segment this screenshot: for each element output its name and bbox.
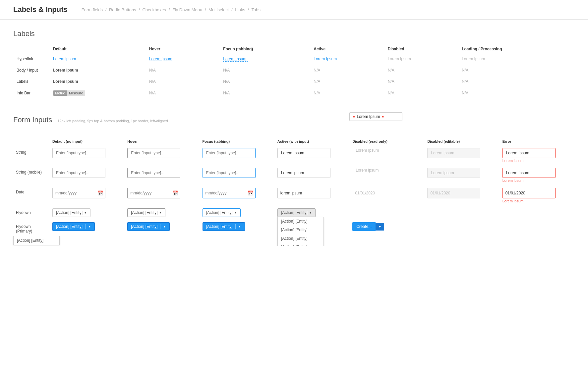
- string-mobile-hover-input[interactable]: [127, 168, 180, 178]
- string-mobile-disabled-readonly: Lorem ipsum: [352, 166, 382, 175]
- flydown-focus-label: [Action] [Entity]: [206, 210, 233, 215]
- form-inputs-header: Form Inputs 12px left padding, 9px top &…: [13, 116, 575, 131]
- col-header-disabled-readonly: Disabled (read-only): [350, 137, 425, 145]
- create-button-wrap[interactable]: Create... ▼: [352, 222, 384, 231]
- date-focus-wrap[interactable]: 📅: [203, 188, 256, 198]
- flydown-menu-item-1[interactable]: [Action] [Entity]: [278, 217, 323, 226]
- flydown-primary-focus-label: [Action] [Entity]: [206, 224, 233, 229]
- col-header-row-label: [13, 137, 50, 145]
- breadcrumb-item-5[interactable]: Multiselect: [208, 7, 229, 12]
- flydown-primary-active-menu: [Action] [Entity]: [13, 236, 60, 245]
- flydown-default-button[interactable]: [Action] [Entity] ▼: [52, 208, 90, 217]
- date-default-input[interactable]: [55, 191, 97, 195]
- date-error-text: Lorem ipsum: [502, 199, 572, 203]
- breadcrumb: Form fields / Radio Buttons / Checkboxes…: [81, 7, 261, 12]
- string-mobile-default-input[interactable]: [52, 168, 105, 178]
- breadcrumb-item-2[interactable]: Radio Buttons: [109, 7, 136, 12]
- labels-section-title: Labels: [13, 29, 575, 38]
- row-label-string: String: [13, 145, 50, 165]
- flydown-primary-focus-caret: ▼: [238, 225, 241, 228]
- info-bar-badge: Metric Measure: [53, 90, 85, 96]
- flydown-focus-caret: ▼: [234, 211, 237, 214]
- hyperlink-default[interactable]: Lorem ipsum: [53, 57, 76, 61]
- string-error-input[interactable]: [502, 148, 556, 158]
- table-row: Date 📅 📅: [13, 185, 575, 206]
- flydown-primary-default-caret: ▼: [88, 225, 91, 228]
- inputs-table: Default (no input) Hover Focus (tabbing)…: [13, 137, 575, 236]
- table-row: Info Bar Metric Measure N/A N/A N/A N/A …: [13, 87, 575, 99]
- date-hover-wrap[interactable]: 📅: [127, 188, 180, 198]
- date-error-input[interactable]: [505, 191, 553, 195]
- create-button-main[interactable]: Create...: [352, 222, 376, 231]
- col-header-focus: Focus (tabbing): [220, 45, 310, 53]
- body-hover: N/A: [149, 68, 156, 73]
- string-disabled-readonly: Lorem Ipsum: [352, 146, 382, 155]
- hyperlink-active[interactable]: Lorem Ipsum: [314, 57, 337, 61]
- flydown-active-dropdown[interactable]: [Action] [Entity] ▼ [Action] [Entity] [A…: [277, 208, 316, 217]
- floating-input-demo[interactable]: ■ Lorem Ipsum ■: [349, 112, 402, 121]
- main-content: Labels Default Hover Focus (tabbing) Act…: [0, 20, 588, 246]
- date-active-input[interactable]: [280, 191, 328, 195]
- col-header-focus: Focus (tabbing): [200, 137, 275, 145]
- flydown-menu-item-3[interactable]: [Action] [Entity]: [278, 234, 323, 243]
- flydown-menu-item-2[interactable]: [Action] [Entity]: [278, 226, 323, 234]
- calendar-icon[interactable]: 📅: [248, 190, 253, 196]
- form-inputs-section-title: Form Inputs: [13, 116, 52, 124]
- breadcrumb-item-7[interactable]: Tabs: [252, 7, 261, 12]
- flydown-active-caret: ▼: [309, 211, 312, 214]
- string-focus-input[interactable]: [203, 148, 256, 158]
- date-focus-input[interactable]: [206, 191, 248, 195]
- date-disabled-editable-input[interactable]: [430, 191, 478, 195]
- string-mobile-focus-input[interactable]: [203, 168, 256, 178]
- hyperlink-focus[interactable]: Lorem Ipsum¡: [223, 57, 248, 62]
- labels-table: Default Hover Focus (tabbing) Active Dis…: [13, 45, 575, 99]
- flydown-primary-hover-caret: ▼: [163, 225, 166, 228]
- table-row: String (mobile) Lorem ipsum Lorem ipsum: [13, 165, 575, 185]
- flydown-menu-item-4[interactable]: [Action] [Entity]: [278, 243, 323, 246]
- flydown-active-button[interactable]: [Action] [Entity] ▼: [277, 208, 316, 217]
- labels-default: Lorem Ipsum: [53, 79, 78, 84]
- flydown-hover-button[interactable]: [Action] [Entity] ▼: [127, 208, 165, 217]
- col-header-hover: Hover: [146, 45, 220, 53]
- breadcrumb-item-1[interactable]: Form fields: [82, 7, 103, 12]
- col-header-default-noinput: Default (no input): [50, 137, 125, 145]
- row-label-flydown: Flydown: [13, 206, 50, 220]
- string-default-input[interactable]: [52, 148, 105, 158]
- flydown-primary-hover-button[interactable]: [Action] [Entity] ▼: [127, 222, 170, 231]
- table-row: Labels Lorem Ipsum N/A N/A N/A N/A N/A: [13, 76, 575, 87]
- breadcrumb-item-6[interactable]: Links: [235, 7, 245, 12]
- breadcrumb-item-3[interactable]: Checkboxes: [142, 7, 166, 12]
- table-row: Body / Input Lorem Ipsum N/A N/A N/A N/A…: [13, 65, 575, 76]
- date-default-wrap[interactable]: 📅: [52, 188, 105, 198]
- col-header-disabled: Disabled: [384, 45, 458, 53]
- string-mobile-active-input[interactable]: [277, 168, 330, 178]
- flydown-primary-menu-item-1[interactable]: [Action] [Entity]: [14, 236, 59, 245]
- hyperlink-disabled: Lorem Ipsum: [388, 57, 411, 61]
- labels-focus: N/A: [223, 79, 230, 84]
- date-error-wrap[interactable]: [502, 188, 556, 198]
- date-hover-input[interactable]: [130, 191, 172, 195]
- string-hover-input[interactable]: [127, 148, 180, 158]
- date-disabled-editable-wrap[interactable]: [427, 188, 480, 198]
- string-active-input[interactable]: [277, 148, 330, 158]
- flydown-primary-focus-button[interactable]: [Action] [Entity] ▼: [203, 222, 245, 231]
- page-header: Labels & Inputs Form fields / Radio Butt…: [0, 0, 588, 20]
- calendar-icon[interactable]: 📅: [97, 190, 103, 196]
- body-active: N/A: [314, 68, 320, 73]
- row-label-string-mobile: String (mobile): [13, 165, 50, 185]
- date-active-wrap[interactable]: [277, 188, 330, 198]
- calendar-icon[interactable]: 📅: [172, 190, 178, 196]
- flydown-hover-caret: ▼: [159, 211, 162, 214]
- create-button-caret[interactable]: ▼: [376, 223, 384, 231]
- breadcrumb-item-4[interactable]: Fly Down Menu: [172, 7, 202, 12]
- string-mobile-error-input[interactable]: [502, 168, 556, 178]
- hyperlink-hover[interactable]: Lorem Ipsum: [149, 57, 172, 61]
- body-disabled: N/A: [388, 68, 394, 73]
- floating-input-icon2: ■: [382, 115, 383, 118]
- string-mobile-disabled-editable[interactable]: [427, 168, 480, 178]
- body-focus: N/A: [223, 68, 230, 73]
- infobar-disabled: N/A: [388, 91, 394, 95]
- string-disabled-editable[interactable]: [427, 148, 480, 158]
- flydown-focus-button[interactable]: [Action] [Entity] ▼: [203, 208, 241, 217]
- flydown-primary-default-button[interactable]: [Action] [Entity] ▼: [52, 222, 95, 231]
